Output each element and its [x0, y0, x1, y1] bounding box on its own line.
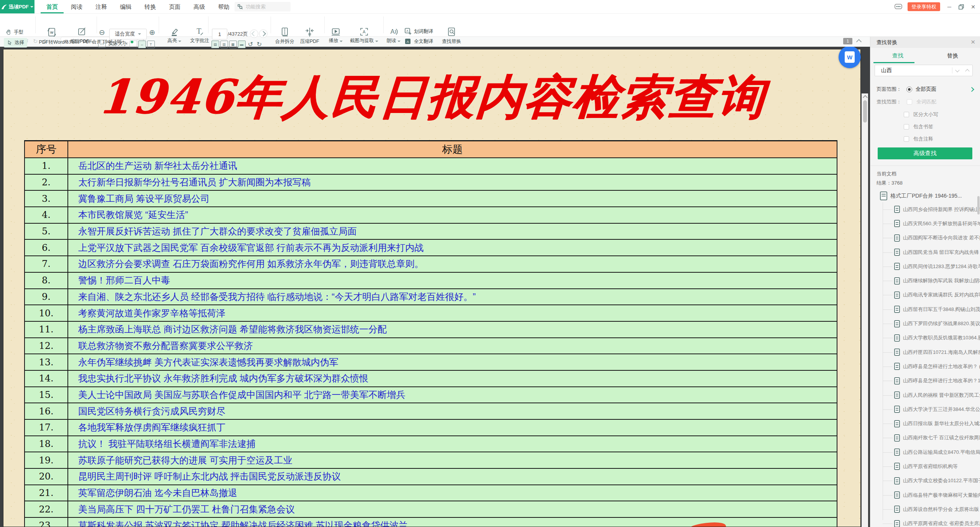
menu-tab-convert[interactable]: 转换 — [138, 0, 163, 13]
table-row[interactable]: 18. 抗议！ 我驻平陆联络组长横遭阎军非法逮捕 — [25, 436, 837, 452]
table-row[interactable]: 8. 警惕！邢师二百人中毒 — [25, 272, 837, 289]
view-single-page-toggle[interactable]: ▤ — [211, 40, 219, 48]
read-aloud-button[interactable]: A 朗读 — [385, 27, 402, 44]
search-next-button[interactable] — [952, 70, 962, 72]
scroll-up-icon[interactable] — [863, 95, 868, 100]
zoom-in-button[interactable]: ⊕ — [149, 29, 155, 36]
table-row[interactable]: 7. 边区救济分会要求调查 石庄万袋面粉究作何用 如系救济永年伪军，则违背联总章… — [25, 256, 837, 272]
merge-split-button[interactable]: 合并拆分 — [274, 27, 296, 45]
tab-replace[interactable]: 替换 — [925, 48, 980, 63]
expand-arrow-icon[interactable] — [969, 87, 974, 92]
search-prev-button[interactable] — [962, 69, 972, 73]
highlight-button[interactable]: 高亮 — [164, 27, 185, 44]
play-button[interactable]: 播放 — [327, 27, 345, 44]
edit-pdf-button[interactable]: 编辑PDF — [67, 27, 97, 45]
case-checkbox[interactable] — [904, 112, 909, 117]
result-item[interactable]: 山西民间传说1283.恶梦1284.诗歌与 — [883, 259, 980, 273]
table-row[interactable]: 3. 冀鲁豫工商局 筹设平原贸易公司 — [25, 190, 837, 207]
result-item[interactable]: 山西大学教职员反饥饿罢教10364.胶 — [883, 331, 980, 345]
result-item[interactable]: 山西大学决于五三迁并3844.华北公路 — [883, 402, 980, 416]
results-root-item[interactable]: 格式工厂PDF合并 1946-195... — [880, 191, 976, 200]
results-scrollbar-thumb[interactable] — [977, 196, 980, 214]
menu-tab-home[interactable]: 首页 — [40, 0, 64, 13]
result-item[interactable]: 山西留有日军五千3848.阎锡山刘茂恩 — [883, 302, 980, 316]
table-row[interactable]: 1. 岳北区的生产运动 新华社太岳分社通讯 — [25, 158, 837, 174]
result-item[interactable]: 山西公路运输局成立8470.平电信局与 — [883, 445, 980, 459]
bookmark-checkbox[interactable] — [904, 124, 909, 129]
table-row[interactable]: 16. 国民党区特务横行贪污成风民穷财尽 — [25, 403, 837, 419]
word-translate-button[interactable]: A 划词翻译 — [405, 28, 433, 35]
table-row[interactable]: 4. 本市民教馆展览 “延安生活” — [25, 207, 837, 223]
view-two-page-toggle[interactable]: ▥ — [220, 40, 228, 48]
result-item[interactable]: 山西崞县是怎样进行土地改革的？ (续 — [883, 359, 980, 373]
close-button[interactable]: ✕ — [969, 4, 977, 10]
table-row[interactable]: 20. 昆明民主周刊时评 呼吁制止东北内战 抨击国民党反动派违反协议 — [25, 468, 837, 485]
result-item[interactable]: 山西同乡会招待新闻界 控诉阎锡山苛政 — [883, 202, 980, 216]
fit-page-toggle[interactable] — [129, 40, 137, 48]
hand-tool-button[interactable]: 手型 — [5, 28, 23, 37]
panel-close-icon[interactable]: ✕ — [970, 39, 975, 46]
function-search[interactable] — [235, 2, 291, 11]
result-item[interactable]: 山西临县特产极丰饶麻棉可大量输向城市 — [883, 488, 980, 502]
app-logo[interactable]: 迅读PDF — [0, 0, 34, 13]
actual-size-button[interactable]: 1:1 实际大小 — [98, 40, 127, 47]
feedback-icon[interactable] — [895, 4, 902, 10]
result-item[interactable]: 山西国民党当局 留日军充内战先锋 已激 — [883, 245, 980, 259]
next-page-button[interactable] — [259, 29, 268, 38]
menu-tab-edit[interactable]: 编辑 — [113, 0, 138, 13]
compress-pdf-button[interactable]: 压缩PDF — [298, 27, 321, 45]
result-item[interactable]: 山西平原两省府成立 省府委员主席厅长 — [883, 517, 980, 527]
table-row[interactable]: 22. 美当局高压下 四十万矿工仍罢工 杜鲁门召集紧急会议 — [25, 501, 837, 517]
table-row[interactable]: 9. 来自湘、陕之东北还乡人员 经邯备受我方招待 临行感动地说：“今天才明白八路… — [25, 289, 837, 305]
text-annotation-button[interactable]: T 文字批注 — [187, 27, 212, 44]
table-row[interactable]: 15. 美人士论中国政局 美国应与苏联合作促成中国国内和平 北宁路一带美军不断增… — [25, 387, 837, 403]
table-row[interactable]: 21. 英军留恋伊朗石油 迄今未自巴林岛撤退 — [25, 485, 837, 501]
rotate-cw-button[interactable]: ↻ — [255, 40, 263, 48]
table-row[interactable]: 5. 永智开展反奸诉苦运动 抓住了广大群众的要求改变了贫雇佃孤立局面 — [25, 223, 837, 240]
view-fit-toggle[interactable]: ▬ — [238, 40, 246, 48]
whole-word-checkbox[interactable] — [907, 99, 912, 105]
menu-tab-read[interactable]: 阅读 — [64, 0, 89, 13]
menu-tab-advanced[interactable]: 高级 — [187, 0, 212, 13]
select-tool-button[interactable]: 选择 — [4, 38, 27, 47]
result-item[interactable]: 山西平原省府组织机构等 — [883, 459, 980, 473]
minimize-button[interactable]: ─ — [946, 4, 953, 10]
menu-tab-page[interactable]: 页面 — [163, 0, 187, 13]
result-item[interactable]: 山西继续解除伪军武装 我解放山阴杨方 — [883, 273, 980, 288]
restore-button[interactable] — [959, 4, 964, 10]
zoom-level-select[interactable]: 适合宽度 — [109, 29, 147, 39]
doc-scrollbar[interactable] — [862, 93, 868, 527]
full-translate-button[interactable]: A 全文翻译 — [405, 38, 433, 45]
scrollbar-thumb[interactable] — [863, 100, 867, 123]
pdf-to-word-float-button[interactable]: W — [839, 46, 861, 68]
result-item[interactable]: 山西崞县是怎样进行土地改革的？134 — [883, 374, 980, 388]
tab-find[interactable]: 查找 — [870, 48, 925, 63]
zoom-out-button[interactable]: ⊖ — [99, 29, 105, 36]
table-row[interactable]: 2. 太行新华日报新华分社号召通讯员 扩大新闻圈为本报写稿 — [25, 174, 837, 191]
result-item[interactable]: 山西日报出版 新华社太原分社入城发稿 — [883, 416, 980, 430]
search-input[interactable] — [875, 67, 952, 74]
table-row[interactable]: 12. 联总救济物资不敷分配晋察冀要求公平救济 — [25, 338, 837, 354]
result-item[interactable]: 山西大学成立校委会10122.平市国子监 — [883, 474, 980, 488]
pdf-to-word-button[interactable]: W PDF转Word — [38, 27, 66, 46]
table-row[interactable]: 6. 上党平汉放下武器之国民党军 百余校级军官返部 行前表示不再为反动派利用来打… — [25, 239, 837, 256]
collapse-toolbar-button[interactable] — [857, 38, 863, 44]
result-item[interactable]: 山西筹设自然科学分会 太原将出版 “工 — [883, 502, 980, 516]
rotate-ccw-button[interactable]: ↺ — [246, 40, 254, 48]
table-row[interactable]: 17. 各地我军释放俘虏阎军继续疯狂抓丁 — [25, 419, 837, 436]
advanced-find-button[interactable]: 高级查找 — [878, 147, 972, 159]
text-mode-toggle[interactable]: T — [147, 40, 155, 48]
table-row[interactable]: 10. 考察黄河故道美作家罗辛格等抵荷泽 — [25, 305, 837, 321]
pdf-page[interactable]: 1946年人民日报内容检索查询 序号 标题 1. 岳北区的生产运动 新华社太岳分… — [3, 49, 861, 527]
table-row[interactable]: 13. 永年伪军继续挑衅 美方代表证实深表遗憾我再要求解散城内伪军 — [25, 354, 837, 370]
table-row[interactable]: 14. 我忠实执行北平协议 永年救济胜利完成 城内伪军多方破坏深为群众愤恨 — [25, 370, 837, 387]
page-range-radio[interactable] — [906, 87, 912, 92]
screenshot-extract-button[interactable]: A 截图与提取 — [346, 27, 382, 44]
table-row[interactable]: 19. 苏联原子能研究已获得大的进展 可实用于空运及工业 — [25, 452, 837, 468]
result-item[interactable]: 山西人民的祸根 晋中新区数万民工全部 — [883, 388, 980, 402]
result-item[interactable]: 山西南歼敌七千 百江镇之役歼敌两团又 — [883, 431, 980, 445]
redo-icon[interactable]: ↻ — [33, 38, 38, 45]
menu-tab-help[interactable]: 帮助 — [212, 0, 236, 13]
login-button[interactable]: 登录享特权 — [908, 2, 940, 11]
fit-width-toggle[interactable]: ↔ — [138, 40, 146, 48]
